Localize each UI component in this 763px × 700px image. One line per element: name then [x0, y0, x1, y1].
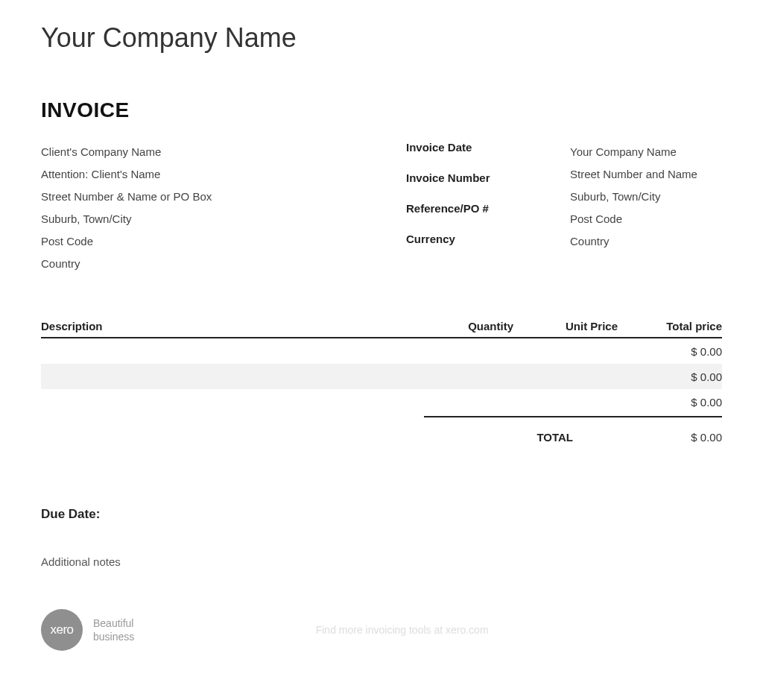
- invoice-number-label: Invoice Number: [406, 171, 570, 184]
- header-quantity: Quantity: [409, 320, 513, 332]
- tagline-line1: Beautiful: [93, 617, 134, 630]
- xero-logo-icon: xero: [41, 609, 83, 651]
- footer-center-text: Find more invoicing tools at xero.com: [134, 624, 670, 636]
- vendor-street: Street Number and Name: [570, 163, 722, 186]
- header-unit-price: Unit Price: [513, 320, 618, 332]
- total-row: TOTAL $ 0.00: [41, 431, 722, 444]
- total-value: $ 0.00: [573, 431, 722, 444]
- table-header-row: Description Quantity Unit Price Total pr…: [41, 320, 722, 338]
- row-total: $ 0.00: [618, 345, 722, 358]
- header-total-price: Total price: [618, 320, 722, 332]
- header-description: Description: [41, 320, 409, 332]
- client-attention: Attention: Client's Name: [41, 163, 406, 186]
- client-company: Client's Company Name: [41, 141, 406, 163]
- vendor-suburb: Suburb, Town/City: [570, 186, 722, 208]
- due-date-label: Due Date:: [41, 507, 722, 522]
- invoice-title: INVOICE: [41, 98, 722, 122]
- company-name-heading: Your Company Name: [41, 22, 722, 54]
- reference-po-label: Reference/PO #: [406, 202, 570, 215]
- additional-notes: Additional notes: [41, 555, 722, 568]
- vendor-address-block: Your Company Name Street Number and Name…: [570, 141, 722, 275]
- row-total: $ 0.00: [618, 371, 722, 383]
- table-row: $ 0.00: [41, 338, 722, 364]
- line-items-table: Description Quantity Unit Price Total pr…: [41, 320, 722, 444]
- total-divider: [424, 416, 722, 417]
- row-total: $ 0.00: [618, 396, 722, 409]
- total-label: TOTAL: [469, 431, 573, 444]
- info-section: Client's Company Name Attention: Client'…: [41, 141, 722, 275]
- vendor-name: Your Company Name: [570, 141, 722, 163]
- table-row: $ 0.00: [41, 389, 722, 414]
- footer: xero Beautiful business Find more invoic…: [41, 609, 722, 651]
- invoice-date-label: Invoice Date: [406, 141, 570, 154]
- client-country: Country: [41, 253, 406, 275]
- tagline: Beautiful business: [93, 617, 134, 643]
- client-address-block: Client's Company Name Attention: Client'…: [41, 141, 406, 275]
- client-postcode: Post Code: [41, 230, 406, 253]
- table-row: $ 0.00: [41, 364, 722, 389]
- invoice-meta-block: Invoice Date Invoice Number Reference/PO…: [406, 141, 570, 275]
- client-street: Street Number & Name or PO Box: [41, 186, 406, 208]
- tagline-line2: business: [93, 630, 134, 643]
- currency-label: Currency: [406, 233, 570, 245]
- vendor-postcode: Post Code: [570, 208, 722, 230]
- client-suburb: Suburb, Town/City: [41, 208, 406, 230]
- vendor-country: Country: [570, 230, 722, 253]
